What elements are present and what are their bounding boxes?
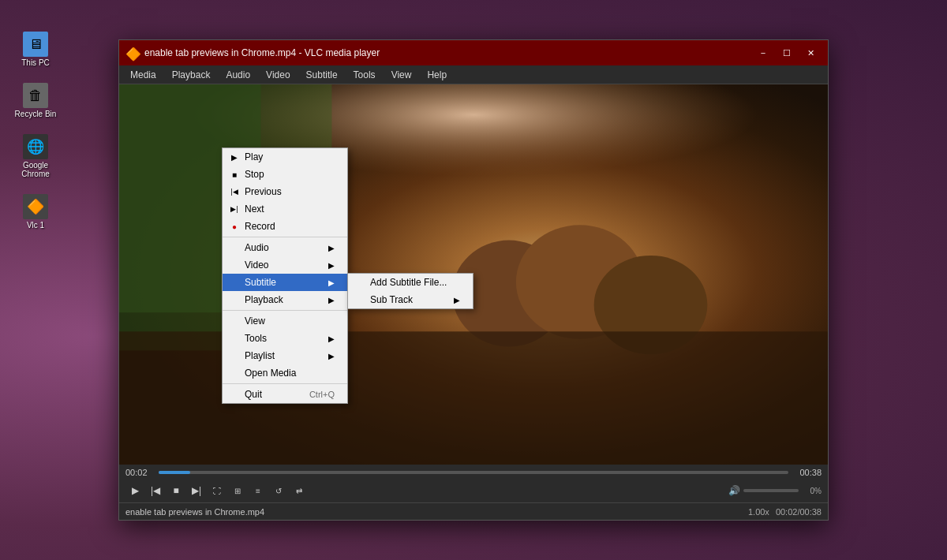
subtitle-arrow: ▶ xyxy=(328,278,335,287)
menu-tools[interactable]: Tools xyxy=(346,65,384,84)
menu-view[interactable]: View xyxy=(384,65,420,84)
total-time: 00:38 xyxy=(793,468,822,477)
control-buttons: ▶ |◀ ■ ▶| ⛶ ⊞ ≡ ↺ ⇄ 🔊 0% xyxy=(119,479,828,502)
playback-arrow: ▶ xyxy=(328,296,335,304)
subtitle-submenu: Add Subtitle File... Sub Track ▶ xyxy=(347,273,474,309)
playback-icon xyxy=(229,294,240,305)
playback-speed: 1.00x xyxy=(748,507,769,517)
window-title: enable tab previews in Chrome.mp4 - VLC … xyxy=(144,47,752,58)
maximize-button[interactable]: ☐ xyxy=(776,45,798,61)
status-right: 1.00x 00:02/00:38 xyxy=(748,507,822,517)
submenu-sub-track[interactable]: Sub Track ▶ xyxy=(348,291,473,308)
menu-playback[interactable]: Playback xyxy=(164,65,219,84)
quit-shortcut: Ctrl+Q xyxy=(309,390,335,399)
desktop-icon-chrome[interactable]: 🌐 Google Chrome xyxy=(12,134,59,178)
ctx-subtitle[interactable]: Subtitle ▶ Add Subtitle File... Sub Trac… xyxy=(223,274,347,291)
close-button[interactable]: ✕ xyxy=(799,45,822,61)
next-chapter-button[interactable]: ▶| xyxy=(187,482,206,499)
ctx-audio[interactable]: Audio ▶ xyxy=(223,239,347,256)
submenu-add-subtitle[interactable]: Add Subtitle File... xyxy=(348,274,473,291)
progress-track[interactable] xyxy=(159,471,788,474)
fullscreen-button[interactable]: ⛶ xyxy=(208,482,226,499)
menu-media[interactable]: Media xyxy=(122,65,164,84)
loop-button[interactable]: ↺ xyxy=(269,482,288,499)
play-icon: ▶ xyxy=(229,151,240,162)
playlist-button[interactable]: ≡ xyxy=(249,482,268,499)
ctx-record[interactable]: ● Record xyxy=(223,218,347,235)
audio-arrow: ▶ xyxy=(328,244,335,252)
subtitle-icon xyxy=(229,277,240,288)
status-filename: enable tab previews in Chrome.mp4 xyxy=(125,507,748,517)
stop-button[interactable]: ■ xyxy=(167,482,185,499)
play-pause-button[interactable]: ▶ xyxy=(125,482,144,499)
volume-area: 🔊 0% xyxy=(728,485,822,496)
video-area[interactable]: ▶ Play ■ Stop |◀ Previous ▶| Next ● Reco… xyxy=(119,84,828,465)
desktop-icon-vlc[interactable]: 🔶 Vlc 1 xyxy=(12,194,59,230)
video-icon xyxy=(229,259,240,271)
separator-2 xyxy=(223,310,347,311)
window-controls: − ☐ ✕ xyxy=(752,45,822,61)
ctx-view[interactable]: View xyxy=(223,312,347,330)
minimize-button[interactable]: − xyxy=(752,45,774,61)
ctx-open-media[interactable]: Open Media xyxy=(223,364,347,382)
separator-1 xyxy=(223,237,347,237)
vlc-icon: 🔶 xyxy=(125,47,138,59)
extended-button[interactable]: ⊞ xyxy=(228,482,247,499)
desktop-icon-recyclebin[interactable]: 🗑 Recycle Bin xyxy=(12,83,59,118)
menu-help[interactable]: Help xyxy=(419,65,455,84)
video-arrow: ▶ xyxy=(328,261,335,270)
menu-subtitle[interactable]: Subtitle xyxy=(298,65,346,84)
playlist-icon xyxy=(229,350,240,361)
title-bar: 🔶 enable tab previews in Chrome.mp4 - VL… xyxy=(119,40,828,65)
time-display: 00:02/00:38 xyxy=(776,507,822,517)
record-icon: ● xyxy=(229,221,240,232)
ctx-next[interactable]: ▶| Next xyxy=(223,200,347,218)
random-button[interactable]: ⇄ xyxy=(290,482,309,499)
ctx-video[interactable]: Video ▶ xyxy=(223,256,347,274)
desktop-icon-thispc[interactable]: 🖥 This PC xyxy=(12,32,59,67)
menu-bar: Media Playback Audio Video Subtitle Tool… xyxy=(119,65,828,84)
tools-arrow: ▶ xyxy=(328,334,335,343)
status-bar: enable tab previews in Chrome.mp4 1.00x … xyxy=(119,502,828,520)
ctx-tools[interactable]: Tools ▶ xyxy=(223,330,347,347)
previous-icon: |◀ xyxy=(229,186,240,197)
prev-chapter-button[interactable]: |◀ xyxy=(146,482,165,499)
desktop-icons: 🖥 This PC 🗑 Recycle Bin 🌐 Google Chrome … xyxy=(12,32,59,230)
ctx-playback[interactable]: Playback ▶ xyxy=(223,291,347,308)
separator-3 xyxy=(223,383,347,384)
progress-fill xyxy=(159,471,190,474)
volume-track[interactable] xyxy=(743,489,799,492)
vlc-window: 🔶 enable tab previews in Chrome.mp4 - VL… xyxy=(118,39,829,521)
playlist-arrow: ▶ xyxy=(328,352,335,360)
ctx-quit[interactable]: Quit Ctrl+Q xyxy=(223,386,347,403)
audio-icon xyxy=(229,242,240,253)
open-media-icon xyxy=(229,368,240,379)
progress-area: 00:02 00:38 xyxy=(119,465,828,479)
context-menu: ▶ Play ■ Stop |◀ Previous ▶| Next ● Reco… xyxy=(222,147,348,404)
next-icon: ▶| xyxy=(229,203,240,215)
ctx-playlist[interactable]: Playlist ▶ xyxy=(223,347,347,364)
ctx-play[interactable]: ▶ Play xyxy=(223,148,347,166)
menu-audio[interactable]: Audio xyxy=(218,65,258,84)
subtrack-arrow: ▶ xyxy=(454,296,460,304)
current-time: 00:02 xyxy=(125,468,154,477)
volume-percent: 0% xyxy=(802,487,822,495)
menu-video[interactable]: Video xyxy=(258,65,298,84)
ctx-previous[interactable]: |◀ Previous xyxy=(223,183,347,200)
ctx-stop[interactable]: ■ Stop xyxy=(223,166,347,183)
quit-icon xyxy=(229,389,240,400)
volume-icon: 🔊 xyxy=(728,485,740,496)
stop-icon: ■ xyxy=(229,169,240,180)
tools-icon xyxy=(229,333,240,344)
view-icon xyxy=(229,315,240,327)
controls-bar: 00:02 00:38 ▶ |◀ ■ ▶| ⛶ ⊞ ≡ ↺ ⇄ 🔊 0% xyxy=(119,465,828,502)
